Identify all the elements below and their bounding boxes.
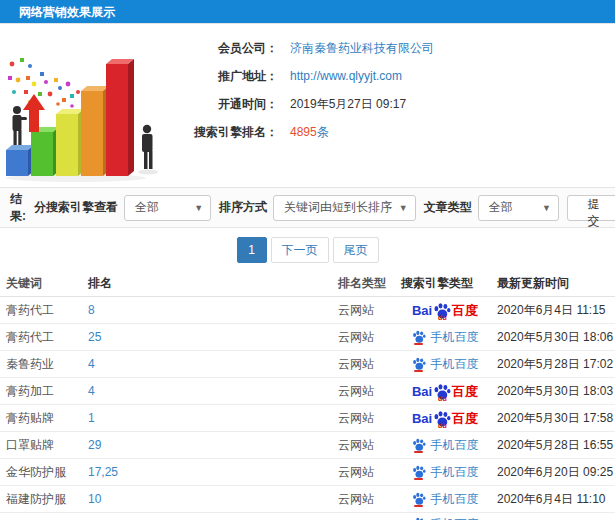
table-body: 膏药代工 8 云网站 Bai du <box>0 297 615 520</box>
mobile-baidu-paw-icon <box>412 330 426 345</box>
engine-cell: Bai du 百度 <box>398 383 492 400</box>
engine-cell: Bai du 百度 <box>398 513 492 520</box>
engine-cell: Bai du 百度 <box>398 410 492 427</box>
results-section-label: 结果: <box>10 191 26 225</box>
baidu-bai-text: Bai <box>412 385 432 398</box>
keyword-cell: 膏药贴牌 <box>0 410 85 427</box>
mobile-baidu-badge: 手机百度 <box>412 356 479 373</box>
baidu-cn-text: 百度 <box>452 385 478 398</box>
info-row-url: 推广地址： http://www.qlyyjt.com <box>178 62 615 90</box>
article-type-value: 全部 <box>489 199 513 216</box>
chevron-down-icon: ▼ <box>399 203 408 213</box>
keyword-cell: 秦鲁药业 <box>0 356 85 373</box>
baidu-pc-logo: Bai du 百度 <box>412 302 478 319</box>
update-time-cell: 2020年5月28日 17:02 <box>492 356 615 373</box>
last-page-button[interactable]: 尾页 <box>333 237 379 263</box>
promo-url-link[interactable]: http://www.qlyyjt.com <box>290 69 402 83</box>
rank-type-cell: 云网站 <box>338 302 398 319</box>
rank-type-cell: 云网站 <box>338 491 398 508</box>
promo-url-label: 推广地址： <box>178 68 278 85</box>
mobile-baidu-badge: 手机百度 <box>412 516 479 520</box>
info-row-open-time: 开通时间： 2019年5月27日 09:17 <box>178 90 615 118</box>
page-title: 网络营销效果展示 <box>0 0 615 24</box>
update-time-cell: 2020年5月30日 18:06 <box>492 329 615 346</box>
red-underline <box>414 343 423 345</box>
keyword-cell: 膏药加工 <box>0 383 85 400</box>
engine-cell: Bai du 百度 <box>398 302 492 319</box>
engine-cell: Bai du 百度 <box>398 437 492 454</box>
submit-button[interactable]: 提交 <box>567 195 615 221</box>
engine-filter-select[interactable]: 全部 ▼ <box>124 195 211 221</box>
mobile-baidu-badge: 手机百度 <box>412 437 479 454</box>
company-info-list: 会员公司： 济南秦鲁药业科技有限公司 推广地址： http://www.qlyy… <box>178 24 615 146</box>
table-row: 秦鲁药业 4 云网站 Bai du <box>0 351 615 378</box>
update-time-cell: 2020年5月30日 17:58 <box>492 410 615 427</box>
table-row: Bai du 百度 <box>0 513 615 520</box>
company-name-link[interactable]: 济南秦鲁药业科技有限公司 <box>290 40 434 57</box>
open-time-value: 2019年5月27日 09:17 <box>290 96 406 113</box>
baidu-paw-icon: du <box>433 302 451 319</box>
mobile-baidu-badge: 手机百度 <box>412 329 479 346</box>
header-rank-type: 排名类型 <box>338 275 398 292</box>
baidu-bai-text: Bai <box>412 304 432 317</box>
next-page-button[interactable]: 下一页 <box>271 237 329 263</box>
keyword-cell: 膏药代工 <box>0 329 85 346</box>
rank-link[interactable]: 4 <box>88 384 95 398</box>
mobile-baidu-label: 手机百度 <box>431 491 479 508</box>
update-time-cell: 2020年5月28日 16:55 <box>492 437 615 454</box>
table-row: 金华防护服 17,25 云网站 Bai du <box>0 459 615 486</box>
rank-type-cell: 云网站 <box>338 329 398 346</box>
mobile-baidu-label: 手机百度 <box>431 437 479 454</box>
open-time-label: 开通时间： <box>178 96 278 113</box>
rankings-table: 关键词 排名 排名类型 搜索引擎类型 最新更新时间 膏药代工 8 云网站 Bai <box>0 271 615 520</box>
header-engine-type: 搜索引擎类型 <box>398 275 492 292</box>
sort-filter-select[interactable]: 关键词由短到长排序 ▼ <box>273 195 416 221</box>
baidu-cn-text: 百度 <box>452 412 478 425</box>
rank-type-cell: 云网站 <box>338 383 398 400</box>
baidu-pc-logo: Bai du 百度 <box>412 383 478 400</box>
baidu-du-text: du <box>438 314 447 321</box>
table-row: 福建防护服 10 云网站 Bai du <box>0 486 615 513</box>
keyword-cell: 金华防护服 <box>0 464 85 481</box>
mobile-baidu-paw-icon <box>412 438 426 453</box>
page-button-1[interactable]: 1 <box>237 237 267 263</box>
update-time-cell: 2020年6月20日 09:25 <box>492 464 615 481</box>
chevron-down-icon: ▼ <box>194 203 203 213</box>
mobile-baidu-label: 手机百度 <box>431 516 479 520</box>
red-underline <box>414 370 423 372</box>
mobile-baidu-paw-icon <box>412 465 426 480</box>
company-info-section: 会员公司： 济南秦鲁药业科技有限公司 推广地址： http://www.qlyy… <box>0 24 615 187</box>
rank-link[interactable]: 17,25 <box>88 465 118 479</box>
rank-type-cell: 云网站 <box>338 410 398 427</box>
sort-filter-value: 关键词由短到长排序 <box>284 199 392 216</box>
baidu-paw-icon: du <box>433 410 451 427</box>
rank-link[interactable]: 10 <box>88 492 101 506</box>
mobile-baidu-label: 手机百度 <box>431 329 479 346</box>
engine-filter-label: 分搜索引擎查看 <box>34 199 118 216</box>
up-arrow <box>23 94 45 132</box>
table-row: 膏药代工 25 云网站 Bai du <box>0 324 615 351</box>
rank-link[interactable]: 29 <box>88 438 101 452</box>
article-type-select[interactable]: 全部 ▼ <box>478 195 559 221</box>
rank-link[interactable]: 1 <box>88 411 95 425</box>
mobile-baidu-paw-icon <box>412 357 426 372</box>
rank-link[interactable]: 8 <box>88 303 95 317</box>
mobile-baidu-label: 手机百度 <box>431 464 479 481</box>
engine-cell: Bai du 百度 <box>398 491 492 508</box>
engine-cell: Bai du 百度 <box>398 356 492 373</box>
engine-cell: Bai du 百度 <box>398 464 492 481</box>
header-rank: 排名 <box>85 275 338 292</box>
update-time-cell: 2020年5月30日 18:03 <box>492 383 615 400</box>
baidu-bai-text: Bai <box>412 412 432 425</box>
marketing-growth-clipart <box>0 28 172 186</box>
rank-link[interactable]: 25 <box>88 330 101 344</box>
baidu-paw-icon: du <box>433 383 451 400</box>
info-row-ranking-count: 搜索引擎排名： 4895 条 <box>178 118 615 146</box>
rank-link[interactable]: 4 <box>88 357 95 371</box>
table-row: 膏药贴牌 1 云网站 Bai du <box>0 405 615 432</box>
update-time-cell: 2020年6月4日 11:15 <box>492 302 615 319</box>
ranking-count-value: 4895 <box>290 125 317 139</box>
chevron-down-icon: ▼ <box>542 203 551 213</box>
mobile-baidu-label: 手机百度 <box>431 356 479 373</box>
header-keyword: 关键词 <box>0 275 85 292</box>
